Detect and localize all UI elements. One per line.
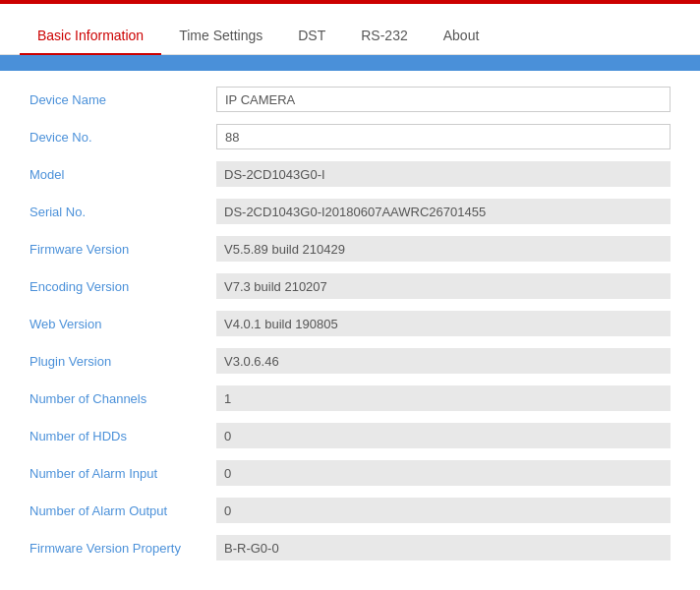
value-encoding-version: V7.3 build 210207 bbox=[216, 273, 671, 299]
row-firmware-version-property: Firmware Version PropertyB-R-G0-0 bbox=[29, 529, 671, 566]
value-num-alarm-output: 0 bbox=[216, 498, 671, 523]
row-model: ModelDS-2CD1043G0-I bbox=[29, 155, 671, 193]
value-num-channels: 1 bbox=[216, 385, 671, 411]
camera-banner bbox=[0, 55, 700, 71]
value-device-name[interactable]: IP CAMERA bbox=[216, 87, 671, 112]
content-area: Device NameIP CAMERADevice No.88ModelDS-… bbox=[0, 71, 700, 576]
row-device-name: Device NameIP CAMERA bbox=[29, 81, 671, 118]
label-model: Model bbox=[29, 167, 216, 182]
tab-time-settings[interactable]: Time Settings bbox=[161, 18, 280, 55]
row-serial-no: Serial No.DS-2CD1043G0-I20180607AAWRC267… bbox=[29, 193, 671, 230]
value-num-hdds: 0 bbox=[216, 423, 671, 448]
tab-rs232[interactable]: RS-232 bbox=[343, 18, 425, 55]
value-device-no[interactable]: 88 bbox=[216, 124, 671, 149]
row-firmware-version: Firmware VersionV5.5.89 build 210429 bbox=[29, 230, 671, 267]
value-web-version: V4.0.1 build 190805 bbox=[216, 311, 671, 336]
row-device-no: Device No.88 bbox=[29, 118, 671, 155]
row-plugin-version: Plugin VersionV3.0.6.46 bbox=[29, 342, 671, 380]
row-num-hdds: Number of HDDs0 bbox=[29, 417, 671, 454]
label-plugin-version: Plugin Version bbox=[29, 354, 216, 369]
label-web-version: Web Version bbox=[29, 317, 216, 331]
label-encoding-version: Encoding Version bbox=[29, 279, 216, 294]
label-serial-no: Serial No. bbox=[29, 205, 216, 219]
tab-navigation: Basic InformationTime SettingsDSTRS-232A… bbox=[0, 4, 700, 55]
label-num-alarm-output: Number of Alarm Output bbox=[29, 503, 216, 518]
label-device-name: Device Name bbox=[29, 92, 216, 107]
row-web-version: Web VersionV4.0.1 build 190805 bbox=[29, 305, 671, 342]
value-serial-no: DS-2CD1043G0-I20180607AAWRC26701455 bbox=[216, 199, 671, 224]
value-firmware-version: V5.5.89 build 210429 bbox=[216, 236, 671, 262]
value-num-alarm-input: 0 bbox=[216, 460, 671, 486]
label-num-alarm-input: Number of Alarm Input bbox=[29, 466, 216, 481]
value-model: DS-2CD1043G0-I bbox=[216, 161, 671, 187]
tab-dst[interactable]: DST bbox=[280, 18, 343, 55]
tab-basic-information[interactable]: Basic Information bbox=[20, 18, 161, 55]
row-num-alarm-input: Number of Alarm Input0 bbox=[29, 454, 671, 492]
label-num-channels: Number of Channels bbox=[29, 391, 216, 406]
tab-about[interactable]: About bbox=[426, 18, 497, 55]
label-device-no: Device No. bbox=[29, 130, 216, 145]
value-firmware-version-property: B-R-G0-0 bbox=[216, 535, 671, 560]
row-num-channels: Number of Channels1 bbox=[29, 380, 671, 417]
label-num-hdds: Number of HDDs bbox=[29, 429, 216, 443]
label-firmware-version-property: Firmware Version Property bbox=[29, 541, 216, 556]
row-encoding-version: Encoding VersionV7.3 build 210207 bbox=[29, 267, 671, 305]
value-plugin-version: V3.0.6.46 bbox=[216, 348, 671, 374]
label-firmware-version: Firmware Version bbox=[29, 242, 216, 257]
row-num-alarm-output: Number of Alarm Output0 bbox=[29, 492, 671, 529]
